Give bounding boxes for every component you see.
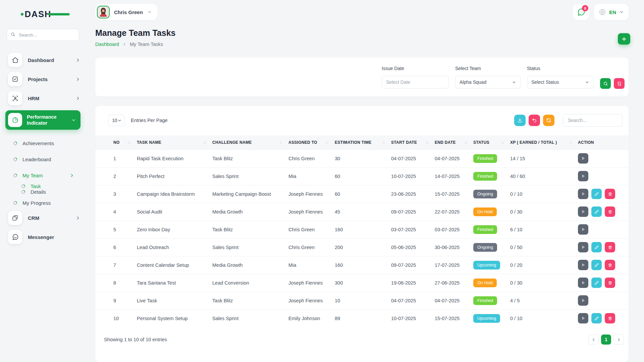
column-header-status[interactable]: STATUS↑↓ [473, 135, 510, 149]
sidebar-item-messenger[interactable]: Messenger [8, 230, 80, 244]
next-page-button[interactable] [614, 335, 624, 345]
edit-task-button[interactable] [591, 313, 602, 323]
search-icon [10, 32, 15, 37]
sidebar-item-my-team[interactable]: My Team [13, 167, 78, 183]
cell-xp: 0 / 10 [510, 309, 578, 327]
view-task-button[interactable] [578, 153, 588, 164]
undo-button[interactable] [529, 115, 540, 126]
issue-date-input[interactable] [382, 76, 449, 88]
refresh-button[interactable] [543, 115, 554, 126]
view-task-button[interactable] [578, 278, 588, 288]
cell-start-date: 09-07-2025 [391, 256, 435, 274]
column-header-assigned-to[interactable]: ASSIGNED TO↑↓ [288, 135, 335, 149]
cell-no: 6 [95, 238, 137, 256]
column-header-end-date[interactable]: END DATE↑↓ [435, 135, 473, 149]
edit-task-button[interactable] [591, 242, 602, 252]
cell-task-name: Pitch Perfect [137, 167, 212, 185]
edit-task-button[interactable] [591, 189, 602, 199]
sidebar-item-hrm[interactable]: HRM [8, 91, 80, 105]
sidebar-item-achievements[interactable]: Achievements [13, 135, 78, 151]
tasks-table-card: 10 Entries Per Page [95, 106, 629, 362]
sidebar-item-dashboard[interactable]: Dashboard [8, 53, 80, 67]
sidebar-item-projects[interactable]: Projects [8, 72, 80, 86]
team-select[interactable]: Alpha Squad [455, 76, 521, 88]
play-icon [581, 174, 585, 178]
sidebar-item-task[interactable]: Task [21, 183, 86, 189]
view-task-button[interactable] [578, 224, 588, 235]
table-controls: 10 Entries Per Page [95, 106, 629, 127]
chevron-down-icon [71, 118, 76, 123]
view-task-button[interactable] [578, 206, 588, 217]
page-header: Manage Team Tasks Dashboard My Team Task… [95, 28, 629, 47]
column-label: XP ( EARNED / TOTAL ) [510, 140, 557, 145]
chevron-down-icon [585, 80, 589, 84]
play-icon [581, 227, 585, 232]
column-header-task-name[interactable]: TASK NAME↑↓ [137, 135, 212, 149]
status-select-value: Select Status [531, 79, 559, 85]
sidebar-item-leaderboard[interactable]: Leaderboard [13, 151, 78, 167]
page-1-button[interactable]: 1 [601, 335, 611, 345]
delete-task-button[interactable] [605, 242, 615, 252]
bullet-icon [21, 189, 26, 195]
view-task-button[interactable] [578, 189, 588, 199]
add-task-button[interactable] [618, 33, 630, 45]
column-header-xp-earned-total[interactable]: XP ( EARNED / TOTAL )↑↓ [510, 135, 578, 149]
cell-assigned-to: Chris Green [288, 221, 335, 238]
delete-task-button[interactable] [605, 278, 615, 288]
column-header-start-date[interactable]: START DATE↑↓ [391, 135, 435, 149]
column-header-estimation-time[interactable]: ESTIMATION TIME↑↓ [335, 135, 391, 149]
clear-filter-button[interactable] [614, 78, 625, 89]
cell-xp: 0 / 10 [510, 185, 578, 203]
chevron-right-icon [75, 77, 80, 82]
cell-task-name: Zero Inbox Day [137, 221, 212, 238]
column-header-challenge-name[interactable]: CHALLENGE NAME↑↓ [212, 135, 288, 149]
view-task-button[interactable] [578, 242, 588, 252]
cell-assigned-to: Mia [288, 256, 335, 274]
play-icon [581, 192, 585, 196]
sidebar-item-label: Leaderboard [22, 157, 51, 162]
language-selector[interactable]: EN [594, 4, 629, 20]
issue-date-field: Issue Date [382, 65, 449, 97]
column-header-no[interactable]: NO↑↓ [95, 135, 137, 149]
view-task-button[interactable] [578, 260, 588, 270]
breadcrumb-dashboard-link[interactable]: Dashboard [95, 42, 119, 47]
edit-task-button[interactable] [591, 278, 602, 288]
apply-filter-button[interactable] [600, 78, 611, 89]
sidebar-item-my-progress[interactable]: My Progress [13, 195, 78, 211]
cell-assigned-to: Joseph Fiennes [288, 203, 335, 221]
view-task-button[interactable] [578, 295, 588, 306]
column-header-action: ACTION [578, 135, 629, 149]
cell-no: 4 [95, 203, 137, 221]
user-menu[interactable]: Chris Green [95, 4, 157, 20]
entries-per-page-select[interactable]: 10 [108, 115, 125, 126]
cell-actions [578, 149, 629, 167]
delete-task-button[interactable] [605, 313, 615, 323]
previous-page-button[interactable] [588, 335, 598, 345]
brand-logo[interactable]: DASH [21, 8, 86, 20]
topbar-actions: 0 EN [573, 4, 629, 20]
cell-challenge-name: Sales Sprint [212, 309, 288, 327]
status-select[interactable]: Select Status [527, 76, 594, 88]
sidebar-item-crm[interactable]: CRM [8, 211, 80, 225]
edit-task-button[interactable] [591, 260, 602, 270]
undo-arrow-icon [532, 118, 537, 123]
delete-task-button[interactable] [605, 260, 615, 270]
delete-task-button[interactable] [605, 206, 615, 217]
sort-icon: ↑↓ [279, 140, 282, 144]
delete-task-button[interactable] [605, 189, 615, 199]
edit-task-button[interactable] [591, 206, 602, 217]
column-label: END DATE [435, 140, 456, 145]
sidebar-item-details[interactable]: Details [21, 189, 86, 195]
cell-start-date: 10-07-2025 [391, 167, 435, 185]
table-search-input[interactable] [563, 114, 623, 127]
play-icon [581, 245, 585, 249]
cell-estimation-time: 160 [335, 221, 391, 238]
view-task-button[interactable] [578, 171, 588, 181]
view-task-button[interactable] [578, 313, 588, 323]
sidebar-item-performance-indicator[interactable]: Performance Indicator [5, 110, 80, 130]
sidebar-search-input[interactable] [7, 29, 79, 41]
table-row: 4Social AuditMedia GrowthJoseph Fiennes4… [95, 203, 629, 221]
export-button[interactable] [514, 115, 526, 126]
messages-button[interactable]: 0 [573, 4, 589, 20]
svg-text:DASH: DASH [24, 9, 51, 19]
